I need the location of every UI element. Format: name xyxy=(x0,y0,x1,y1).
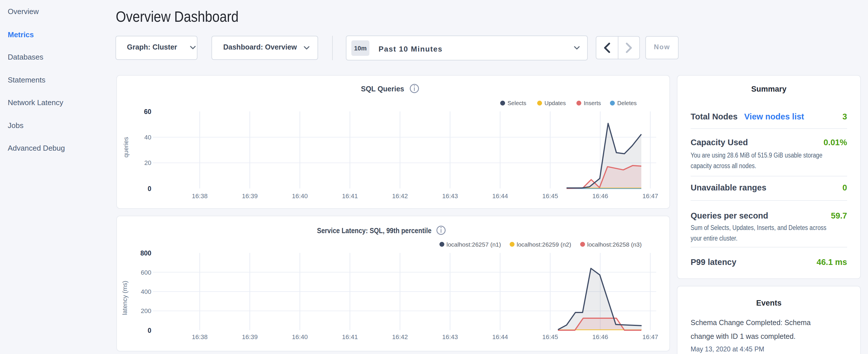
svg-text:queries: queries xyxy=(122,137,129,158)
svg-text:16:46: 16:46 xyxy=(592,333,608,341)
svg-text:16:38: 16:38 xyxy=(192,192,208,200)
svg-text:16:42: 16:42 xyxy=(392,333,408,341)
svg-text:Selects: Selects xyxy=(507,100,526,106)
svg-text:16:38: 16:38 xyxy=(192,333,208,341)
svg-text:16:44: 16:44 xyxy=(492,192,508,200)
svg-text:200: 200 xyxy=(141,307,151,315)
svg-text:400: 400 xyxy=(141,288,151,295)
svg-text:800: 800 xyxy=(141,250,151,257)
svg-text:60: 60 xyxy=(144,108,151,116)
svg-text:16:43: 16:43 xyxy=(442,192,458,200)
svg-text:20: 20 xyxy=(145,159,151,166)
svg-text:SQL Queries: SQL Queries xyxy=(361,85,404,93)
svg-text:16:39: 16:39 xyxy=(242,333,258,341)
svg-text:16:42: 16:42 xyxy=(392,192,408,200)
svg-text:16:39: 16:39 xyxy=(242,192,258,200)
svg-text:localhost:26259 (n2): localhost:26259 (n2) xyxy=(517,241,571,248)
svg-text:Updates: Updates xyxy=(545,100,566,106)
svg-text:localhost:26257 (n1): localhost:26257 (n1) xyxy=(446,241,501,248)
svg-text:16:41: 16:41 xyxy=(342,192,358,200)
svg-text:16:45: 16:45 xyxy=(542,192,558,200)
svg-text:40: 40 xyxy=(145,134,151,141)
svg-text:0: 0 xyxy=(148,327,151,334)
svg-text:Deletes: Deletes xyxy=(617,100,637,106)
svg-text:16:40: 16:40 xyxy=(292,192,308,200)
svg-text:16:40: 16:40 xyxy=(292,333,308,341)
svg-text:Inserts: Inserts xyxy=(584,100,601,106)
svg-text:16:45: 16:45 xyxy=(542,333,558,341)
svg-text:16:44: 16:44 xyxy=(492,333,508,341)
svg-text:Service Latency: SQL, 99th per: Service Latency: SQL, 99th percentile xyxy=(317,227,431,234)
svg-text:16:41: 16:41 xyxy=(342,333,358,341)
svg-text:16:43: 16:43 xyxy=(442,333,458,341)
svg-text:latency (ms): latency (ms) xyxy=(121,281,128,315)
svg-text:16:47: 16:47 xyxy=(643,192,658,200)
svg-text:600: 600 xyxy=(141,269,151,276)
svg-text:16:47: 16:47 xyxy=(643,333,658,341)
svg-text:localhost:26258 (n3): localhost:26258 (n3) xyxy=(587,241,642,248)
svg-text:0: 0 xyxy=(148,185,151,192)
svg-text:16:46: 16:46 xyxy=(592,192,608,200)
